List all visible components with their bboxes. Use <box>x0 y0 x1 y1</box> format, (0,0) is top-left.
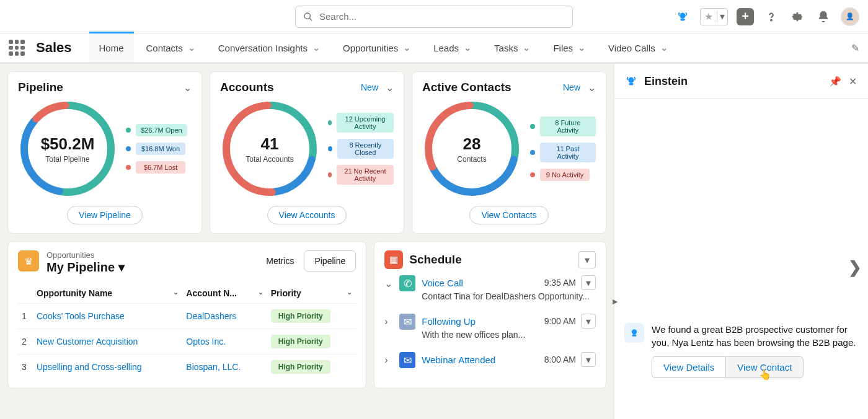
chevron-down-icon: ▾ <box>717 11 727 22</box>
chevron-down-icon[interactable]: ⌄ <box>578 42 586 53</box>
edit-nav-icon[interactable]: ✎ <box>851 42 859 54</box>
svg-point-4 <box>771 19 772 20</box>
nav-tab-label: Files <box>553 43 573 53</box>
chevron-down-icon[interactable]: ⌄ <box>188 42 196 53</box>
chevron-down-icon[interactable]: ⌄ <box>386 82 394 94</box>
chevron-down-icon[interactable]: ⌄ <box>403 42 411 53</box>
settings-gear-icon[interactable] <box>789 8 806 25</box>
expand-toggle[interactable]: › <box>384 352 393 366</box>
svg-point-14 <box>628 77 634 83</box>
view-details-button[interactable]: View Details <box>652 356 726 378</box>
legend-dot <box>328 120 332 125</box>
chevron-down-icon[interactable]: ⌄ <box>312 42 321 53</box>
opportunity-link[interactable]: Cooks' Tools Purchase <box>33 304 182 329</box>
chevron-down-icon: ⌄ <box>173 288 179 296</box>
pipeline-toggle[interactable]: Pipeline <box>304 250 356 271</box>
app-nav-bar: Sales HomeContacts⌄Conversation Insights… <box>0 33 868 64</box>
svg-rect-15 <box>629 83 633 86</box>
app-launcher-icon[interactable] <box>9 40 25 56</box>
app-title: Sales <box>36 40 72 56</box>
event-menu-button[interactable]: ▾ <box>581 352 596 367</box>
search-input[interactable] <box>319 11 565 22</box>
opportunities-subtitle: Opportunities <box>46 250 125 260</box>
global-header: ★▾ + 👤 <box>0 0 868 33</box>
schedule-card: ▦ Schedule ▾ ⌄ ✆ Voice Call 9:35 AM ▾ Co… <box>374 241 606 389</box>
accounts-view-button[interactable]: View Accounts <box>267 206 347 224</box>
expand-toggle[interactable]: ⌄ <box>384 275 393 289</box>
donut-label: Total Pipeline <box>45 155 89 164</box>
chevron-down-icon: ▾ <box>118 260 125 275</box>
global-search[interactable] <box>295 6 573 28</box>
nav-tab-opportunities[interactable]: Opportunities⌄ <box>333 33 421 63</box>
opportunity-link[interactable]: Upselling and Cross-selling <box>33 355 182 380</box>
chevron-down-icon[interactable]: ⌄ <box>523 42 531 53</box>
nav-tab-files[interactable]: Files⌄ <box>543 33 596 63</box>
nav-tab-video-calls[interactable]: Video Calls⌄ <box>598 33 678 63</box>
nav-tab-conversation-insights[interactable]: Conversation Insights⌄ <box>208 33 330 63</box>
account-link[interactable]: DealDashers <box>182 304 267 329</box>
nav-tab-home[interactable]: Home <box>89 32 134 62</box>
chevron-down-icon[interactable]: ⌄ <box>588 82 596 94</box>
nav-tab-label: Contacts <box>146 43 183 53</box>
nav-tab-contacts[interactable]: Contacts⌄ <box>136 33 206 63</box>
schedule-menu-button[interactable]: ▾ <box>578 251 596 268</box>
opportunities-table: Opportunity Name⌄ Account N...⌄ Priority… <box>18 283 356 379</box>
nav-tab-label: Opportunities <box>343 43 398 53</box>
legend-dot <box>530 150 535 155</box>
global-add-button[interactable]: + <box>737 8 754 25</box>
legend-pill: 11 Past Activity <box>540 143 596 162</box>
chevron-down-icon[interactable]: ⌄ <box>184 82 192 94</box>
event-time: 8:00 AM <box>544 355 576 364</box>
calendar-icon: ▦ <box>384 250 403 269</box>
event-menu-button[interactable]: ▾ <box>581 314 596 329</box>
legend-pill: $26.7M Open <box>136 124 187 136</box>
donut-value: 41 <box>261 135 279 154</box>
legend-pill: 8 Recently Closed <box>337 139 394 159</box>
event-link[interactable]: Following Up <box>422 316 544 327</box>
account-link[interactable]: Biospan, LLC. <box>182 355 267 380</box>
nav-tab-label: Tasks <box>494 43 518 53</box>
card-title: Accounts <box>220 81 274 94</box>
col-priority[interactable]: Priority⌄ <box>267 283 356 304</box>
collapse-panel-handle[interactable]: ▶ <box>613 298 618 306</box>
close-icon[interactable]: ✕ <box>847 73 858 90</box>
contacts-view-button[interactable]: View Contacts <box>469 206 548 224</box>
new-link[interactable]: New <box>361 82 378 92</box>
nav-tab-leads[interactable]: Leads⌄ <box>423 33 482 63</box>
pipeline-card: Pipeline ⌄ $50.2MTotal Pipeline $26.7M O… <box>7 71 202 234</box>
chevron-down-icon[interactable]: ⌄ <box>464 42 472 53</box>
notifications-bell-icon[interactable] <box>815 8 832 25</box>
expand-toggle[interactable]: › <box>384 314 393 327</box>
view-contact-button[interactable]: View Contact <box>726 356 804 378</box>
help-icon[interactable] <box>763 8 780 25</box>
einstein-icon[interactable] <box>674 8 691 25</box>
event-link[interactable]: Webinar Attended <box>422 355 544 365</box>
col-account-name[interactable]: Account N...⌄ <box>182 283 267 304</box>
opportunities-title[interactable]: My Pipeline ▾ <box>46 260 125 275</box>
row-index: 3 <box>18 355 33 380</box>
legend-pill: 8 Future Activity <box>540 117 596 136</box>
chevron-down-icon[interactable]: ⌄ <box>660 42 668 53</box>
nav-tab-label: Home <box>99 43 124 53</box>
account-link[interactable]: Optos Inc. <box>182 329 267 355</box>
metrics-toggle[interactable]: Metrics <box>256 251 304 271</box>
event-time: 9:35 AM <box>544 278 576 288</box>
event-menu-button[interactable]: ▾ <box>581 275 596 290</box>
nav-tab-tasks[interactable]: Tasks⌄ <box>484 33 541 63</box>
user-avatar[interactable]: 👤 <box>841 7 859 26</box>
table-row: 3 Upselling and Cross-selling Biospan, L… <box>18 355 356 380</box>
legend-dot <box>328 146 332 151</box>
einstein-panel: Einstein 📌 ✕ ▶ ❯ We found a great B2B pr… <box>614 64 868 419</box>
svg-point-16 <box>632 329 637 334</box>
carousel-next-button[interactable]: ❯ <box>848 258 862 277</box>
contacts-card: Active Contacts New⌄ 28Contacts 8 Future… <box>412 71 606 234</box>
pipeline-view-button[interactable]: View Pipeline <box>67 206 143 224</box>
donut-chart: 28Contacts <box>422 99 521 198</box>
new-link[interactable]: New <box>563 82 580 92</box>
opportunity-link[interactable]: New Customer Acquisition <box>33 329 182 355</box>
col-opportunity-name[interactable]: Opportunity Name⌄ <box>33 283 182 304</box>
event-link[interactable]: Voice Call <box>422 278 544 288</box>
pin-icon[interactable]: 📌 <box>830 73 841 90</box>
favorites-menu[interactable]: ★▾ <box>700 8 728 25</box>
card-title: Active Contacts <box>422 81 512 94</box>
